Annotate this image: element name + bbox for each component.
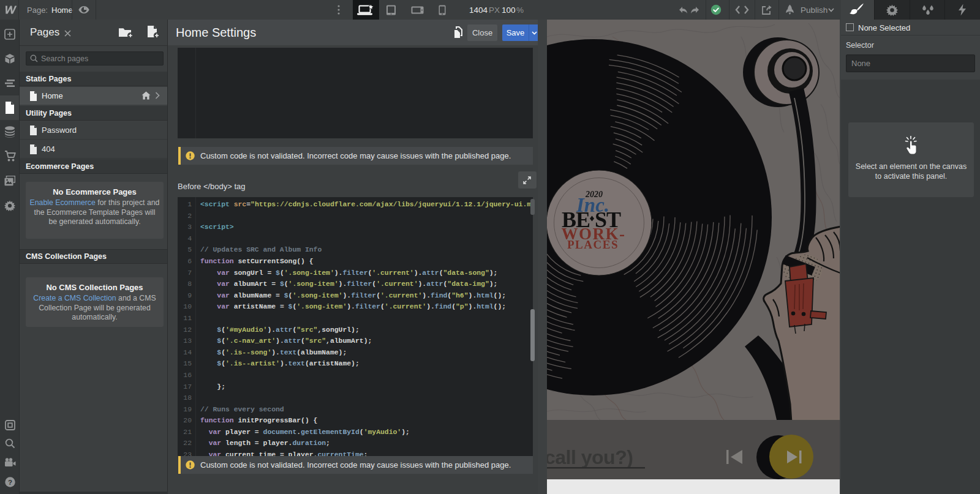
svg-text:?: ? (8, 479, 12, 486)
svg-text:call you?): call you?) (547, 446, 633, 468)
svg-text:PLACES: PLACES (567, 238, 619, 251)
